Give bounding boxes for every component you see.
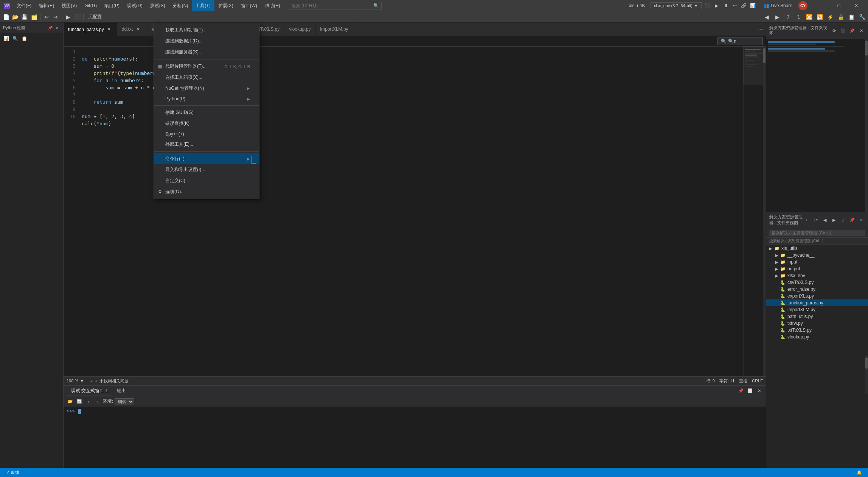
save-btn[interactable]: 💾 (20, 12, 29, 22)
menu-file[interactable]: 文件(F) (13, 0, 35, 11)
tree-path-utils[interactable]: 🐍 path_utils.py (766, 313, 868, 320)
live-share-button[interactable]: 👥 Live Share (760, 3, 796, 8)
terminal-content[interactable]: >>> (64, 407, 766, 469)
toolbar-extra10[interactable]: 🔧 (857, 12, 866, 22)
terminal-down-btn[interactable]: ↓ (94, 398, 101, 405)
maximize-button[interactable]: □ (830, 0, 848, 11)
search-input[interactable] (288, 2, 371, 9)
tree-pycache[interactable]: ▶ 📁 __pycache__ (766, 252, 868, 259)
tabs-more-btn[interactable]: ⋯ (757, 25, 764, 33)
panel-icon-search[interactable]: 🔍 (11, 35, 19, 42)
menu-spy[interactable]: Spy++(+) (154, 129, 259, 139)
toolbar-extra-btn3[interactable]: ⏸ (722, 2, 730, 9)
tree-output[interactable]: ▶ 📁 output (766, 265, 868, 272)
terminal-float-btn[interactable]: ⬜ (746, 387, 754, 395)
sol-pin-btn[interactable]: 📌 (848, 27, 856, 34)
terminal-folder-btn[interactable]: 📂 (67, 398, 74, 405)
tab-dd-txt-close[interactable]: ✕ (135, 26, 141, 32)
left-panel-close[interactable]: ✕ (54, 25, 60, 31)
terminal-restart-btn[interactable]: 🔄 (76, 398, 83, 405)
tree-exportxls[interactable]: 🐍 exportXLs.py (766, 293, 868, 299)
toolbar-extra-btn2[interactable]: ▶ (713, 2, 720, 9)
menu-tools[interactable]: 工具(T) (192, 0, 214, 11)
stop-debug-btn[interactable]: ⬛ (73, 12, 82, 22)
tree-error-raise[interactable]: 🐍 error_raise.py (766, 286, 868, 293)
sol-collapse-btn[interactable]: ⬛ (839, 27, 847, 34)
menu-options[interactable]: ⚙ 选项(O)... (154, 186, 259, 197)
menu-error-lookup[interactable]: 错误查找(K) (154, 118, 259, 129)
menu-project[interactable]: 项目(P) (101, 0, 123, 11)
tree-input[interactable]: ▶ 📁 input (766, 259, 868, 265)
tab-dd-txt[interactable]: dd.txt ✕ (117, 23, 148, 36)
sol-sync-btn[interactable]: ⟳ (830, 27, 838, 34)
tree-txttoxls[interactable]: 🐍 txtToXLS.py (766, 327, 868, 334)
toolbar-extra-btn6[interactable]: 📊 (749, 2, 757, 9)
menu-external-tools[interactable]: 外部工具(E)... (154, 139, 259, 150)
env-select[interactable]: 调试 (115, 398, 134, 405)
tree-vlookup[interactable]: 🐍 vlookup.py (766, 334, 868, 340)
redo-btn[interactable]: ↪ (51, 12, 60, 22)
terminal-close-btn[interactable]: ✕ (755, 387, 763, 395)
minimap-scrollbar[interactable] (763, 48, 766, 63)
status-notification[interactable]: 🔔 (854, 470, 865, 475)
menu-help[interactable]: 帮助(H) (261, 0, 284, 11)
sol-refresh-btn[interactable]: ⟳ (812, 216, 820, 224)
terminal-tab-output[interactable]: 输出 (112, 386, 130, 396)
toolbar-extra9[interactable]: 📋 (847, 12, 856, 22)
close-button[interactable]: ✕ (848, 0, 865, 11)
minimize-button[interactable]: ─ (813, 0, 830, 11)
tab-importxlm[interactable]: importXLM.py (316, 23, 353, 36)
toolbar-extra3[interactable]: ⤴ (783, 12, 792, 22)
toolbar-extra-btn1[interactable]: ⬛ (704, 2, 711, 9)
tab-function-paras[interactable]: function_paras.py ✕ (64, 23, 117, 36)
toolbar-extra5[interactable]: 🔀 (804, 12, 814, 22)
user-avatar[interactable]: CY (798, 1, 807, 10)
toolbar-extra6[interactable]: 🔁 (815, 12, 824, 22)
menu-test[interactable]: 测试(S) (146, 0, 169, 11)
menu-connect-server[interactable]: 连接到服务器(S)... (154, 47, 259, 58)
menu-import-export[interactable]: 导入和导出设置(I)... (154, 164, 259, 175)
tab-function-paras-close[interactable]: ✕ (106, 26, 112, 33)
menu-python[interactable]: Python(P) ▶ (154, 94, 259, 104)
menu-extensions[interactable]: 扩展(X) (214, 0, 237, 11)
toolbar-extra-btn4[interactable]: ↩ (731, 2, 739, 9)
tree-xlsx-env[interactable]: ▶ 📁 xlsx_env (766, 272, 868, 279)
menu-view[interactable]: 视图(V) (58, 0, 81, 11)
tree-root[interactable]: ▶ 📁 xls_utils (766, 245, 868, 252)
undo-btn[interactable]: ↩ (42, 12, 51, 22)
new-file-btn[interactable]: 📄 (2, 12, 11, 22)
sol-close-bottom-btn[interactable]: ✕ (857, 216, 865, 224)
menu-create-guid[interactable]: 创建 GUID(G) (154, 107, 259, 118)
menu-get-tools[interactable]: 获取工具和功能(T)... (154, 25, 259, 36)
sol-search-input[interactable] (769, 230, 865, 236)
menu-debug[interactable]: 调试(D) (123, 0, 146, 11)
toolbar-extra2[interactable]: ▶ (773, 12, 782, 22)
menu-customize[interactable]: 自定义(C)... (154, 175, 259, 186)
menu-snippet-manager[interactable]: ▤ 代码片段管理器(T)... Ctrl+K, Ctrl+B (154, 61, 259, 72)
toolbar-extra1[interactable]: ◀ (762, 12, 771, 22)
sol-close-top-btn[interactable]: ✕ (857, 27, 865, 34)
terminal-up-btn[interactable]: ↑ (85, 398, 92, 405)
preview-scrollbar-thumb[interactable] (865, 41, 868, 56)
terminal-tab-debug[interactable]: 调试 交互式窗口 1 (67, 386, 112, 396)
tab-vlookup[interactable]: vlookup.py (284, 23, 315, 36)
sol-pin-bottom-btn[interactable]: 📌 (848, 216, 856, 224)
toolbar-extra8[interactable]: 🔒 (836, 12, 845, 22)
panel-icon-chart[interactable]: 📊 (2, 35, 10, 42)
open-file-btn[interactable]: 📂 (11, 12, 20, 22)
sol-home-btn[interactable]: ⌂ (839, 216, 847, 224)
zoom-control[interactable]: 100 % ▼ (67, 379, 84, 383)
menu-nuget[interactable]: NuGet 包管理器(N) ▶ (154, 83, 259, 94)
sol-back-btn[interactable]: ◀ (821, 216, 829, 224)
start-debug-btn[interactable]: ▶ (64, 12, 73, 22)
menu-window[interactable]: 窗口(W) (237, 0, 261, 11)
left-panel-pin[interactable]: 📌 (47, 25, 53, 31)
menu-edit[interactable]: 编辑(E) (35, 0, 58, 11)
tree-function-paras[interactable]: 🐍 function_paras.py (766, 299, 868, 306)
nav-search-box[interactable]: 🔍 🔍n (717, 37, 763, 45)
tree-csvtoxls[interactable]: 🐍 csvToXLS.py (766, 279, 868, 286)
toolbar-extra-btn5[interactable]: 🔗 (740, 2, 748, 9)
toolbar-extra7[interactable]: ⚡ (826, 12, 835, 22)
menu-select-toolbox[interactable]: 选择工具箱项(X)... (154, 72, 259, 83)
save-all-btn[interactable]: 🗂️ (30, 12, 39, 22)
